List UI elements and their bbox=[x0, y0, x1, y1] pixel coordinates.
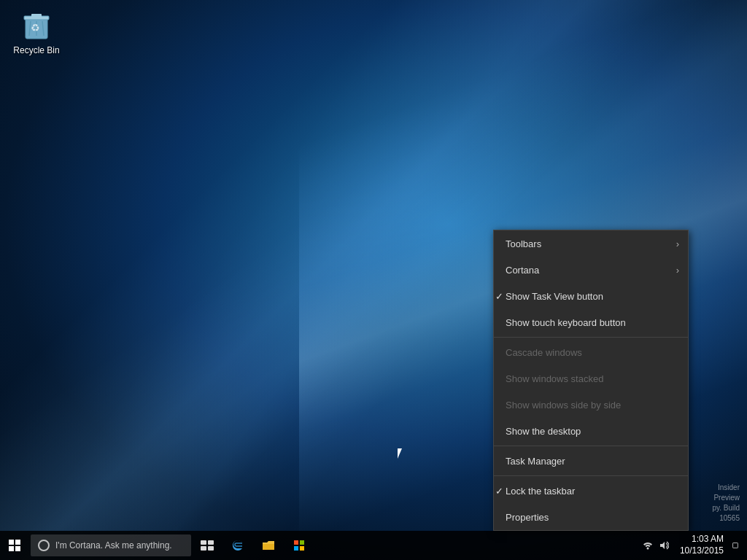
svg-rect-22 bbox=[733, 543, 738, 548]
notifications-icon[interactable] bbox=[729, 540, 741, 551]
cortana-circle-icon bbox=[38, 540, 50, 551]
menu-item-show_touch_keyboard[interactable]: Show touch keyboard button bbox=[494, 309, 688, 335]
svg-point-21 bbox=[646, 548, 649, 550]
menu-label-show_touch_keyboard: Show touch keyboard button bbox=[506, 317, 626, 328]
menu-divider-9 bbox=[494, 446, 688, 446]
svg-rect-19 bbox=[294, 546, 298, 551]
menu-item-lock_taskbar[interactable]: ✓Lock the taskbar bbox=[494, 478, 688, 504]
menu-label-lock_taskbar: Lock the taskbar bbox=[506, 486, 575, 497]
taskbar: I'm Cortana. Ask me anything. bbox=[0, 531, 747, 560]
insider-line2: py. Build 10565 bbox=[696, 503, 740, 524]
insider-preview-info: Insider Preview py. Build 10565 bbox=[689, 0, 747, 531]
insider-line1: Insider Preview bbox=[696, 483, 740, 503]
tray-icons bbox=[638, 540, 674, 551]
recycle-bin-image: ♻ bbox=[19, 7, 54, 42]
svg-rect-20 bbox=[300, 546, 304, 551]
svg-rect-13 bbox=[201, 540, 206, 545]
menu-label-cascade_windows: Cascade windows bbox=[506, 347, 582, 358]
recycle-bin-label: Recycle Bin bbox=[13, 45, 59, 55]
menu-label-show_task_view: Show Task View button bbox=[506, 291, 603, 302]
task-view-button[interactable] bbox=[193, 531, 222, 560]
date-display: 10/13/2015 bbox=[680, 545, 724, 557]
menu-item-show_desktop[interactable]: Show the desktop bbox=[494, 418, 688, 444]
system-tray: 1:03 AM 10/13/2015 bbox=[638, 534, 747, 556]
svg-rect-11 bbox=[9, 546, 14, 551]
svg-rect-9 bbox=[9, 540, 14, 545]
menu-item-show_side_by_side: Show windows side by side bbox=[494, 392, 688, 418]
menu-label-show_side_by_side: Show windows side by side bbox=[506, 400, 621, 411]
menu-label-toolbars: Toolbars bbox=[506, 238, 541, 249]
time-display: 1:03 AM bbox=[692, 534, 724, 545]
menu-item-task_manager[interactable]: Task Manager bbox=[494, 448, 688, 474]
menu-check-lock_taskbar: ✓ bbox=[495, 486, 503, 497]
volume-icon[interactable] bbox=[658, 540, 670, 551]
store-button[interactable] bbox=[285, 531, 314, 560]
svg-rect-15 bbox=[201, 546, 206, 551]
desktop: ♻ Recycle Bin Insider Preview py. Build … bbox=[0, 0, 747, 560]
svg-rect-18 bbox=[300, 540, 304, 545]
menu-label-show_desktop: Show the desktop bbox=[506, 426, 581, 437]
svg-rect-17 bbox=[294, 540, 298, 545]
svg-rect-12 bbox=[15, 546, 20, 551]
recycle-bin-icon[interactable]: ♻ Recycle Bin bbox=[7, 7, 66, 55]
menu-item-show_task_view[interactable]: ✓Show Task View button bbox=[494, 283, 688, 309]
menu-item-cortana[interactable]: Cortana› bbox=[494, 257, 688, 283]
menu-arrow-cortana: › bbox=[676, 265, 679, 276]
mouse-cursor bbox=[398, 448, 406, 462]
menu-label-properties: Properties bbox=[506, 512, 549, 523]
start-button[interactable] bbox=[0, 531, 29, 560]
svg-rect-16 bbox=[208, 546, 214, 551]
svg-text:♻: ♻ bbox=[31, 22, 40, 34]
menu-item-cascade_windows: Cascade windows bbox=[494, 339, 688, 365]
menu-check-show_task_view: ✓ bbox=[495, 291, 503, 302]
svg-rect-10 bbox=[15, 540, 20, 545]
menu-divider-11 bbox=[494, 475, 688, 476]
svg-rect-4 bbox=[31, 14, 42, 18]
menu-label-task_manager: Task Manager bbox=[506, 456, 565, 467]
menu-arrow-toolbars: › bbox=[676, 238, 679, 249]
menu-item-show_stacked: Show windows stacked bbox=[494, 365, 688, 392]
menu-label-cortana: Cortana bbox=[506, 265, 539, 276]
menu-label-show_stacked: Show windows stacked bbox=[506, 373, 603, 384]
network-icon[interactable] bbox=[642, 540, 654, 551]
menu-item-toolbars[interactable]: Toolbars› bbox=[494, 230, 688, 257]
cortana-search[interactable]: I'm Cortana. Ask me anything. bbox=[31, 534, 191, 556]
file-explorer-button[interactable] bbox=[254, 531, 283, 560]
cortana-search-text: I'm Cortana. Ask me anything. bbox=[55, 540, 172, 551]
taskbar-context-menu: Toolbars›Cortana›✓Show Task View buttonS… bbox=[493, 230, 689, 531]
edge-browser-button[interactable] bbox=[223, 531, 252, 560]
menu-item-properties[interactable]: Properties bbox=[494, 504, 688, 530]
menu-divider-4 bbox=[494, 337, 688, 338]
svg-rect-14 bbox=[208, 540, 214, 545]
clock[interactable]: 1:03 AM 10/13/2015 bbox=[674, 534, 729, 556]
